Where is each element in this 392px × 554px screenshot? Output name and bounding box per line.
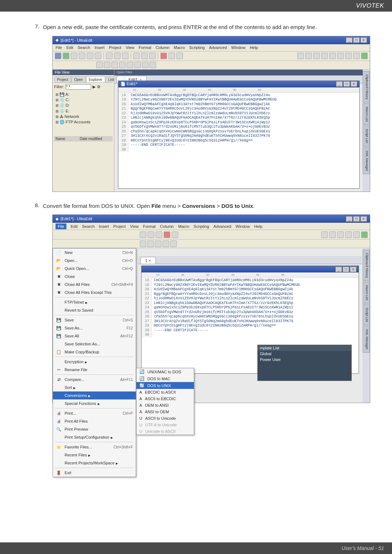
tool-cut-icon[interactable]	[106, 53, 113, 59]
menu-item[interactable]: 📋Make Copy/Backup	[53, 348, 136, 356]
menu-insert-2[interactable]: Insert	[99, 224, 109, 229]
rtab-script-2[interactable]: Script List	[363, 304, 370, 325]
menu-item[interactable]: 🚪Exit	[53, 469, 136, 477]
filter-input[interactable]	[66, 84, 91, 90]
sidebar-tab-explorer[interactable]: Explorer	[86, 77, 105, 82]
tree-drive-d[interactable]: 💿 D:	[56, 103, 113, 108]
filter-opts-icon[interactable]: ⚙	[97, 85, 101, 89]
menu-view-2[interactable]: View	[130, 224, 139, 229]
menu-item[interactable]: Save Selection As...	[53, 340, 136, 348]
menu-file-2[interactable]: File	[56, 223, 66, 229]
submenu-item[interactable]: 🔄UNIX/MAC to DOS	[136, 368, 194, 375]
tool-h-icon[interactable]	[313, 53, 320, 59]
menu-item[interactable]: 🖨Print All Files	[53, 417, 136, 425]
close-button[interactable]: ×	[360, 37, 367, 43]
submenu-item[interactable]: AEBCDIC to ASCII	[136, 389, 194, 395]
menu-format[interactable]: Format	[139, 45, 151, 50]
inner-min-button[interactable]: _	[336, 81, 343, 87]
menu-macro-2[interactable]: Macro	[178, 224, 189, 229]
tool-find-icon[interactable]	[297, 53, 304, 59]
submenu-item[interactable]: UUnicode to ASCII	[136, 428, 194, 435]
rtab-xml-2[interactable]: XML Manager	[363, 326, 370, 353]
inner2-close-button[interactable]: ×	[350, 267, 356, 272]
menu-window-2[interactable]: Window	[236, 224, 250, 229]
menu-item[interactable]: ⭐Favorite Files...Ctrl+Shift+F	[53, 443, 136, 451]
tool-copy2-icon[interactable]	[114, 53, 121, 59]
inner-max-button[interactable]: □	[343, 81, 350, 87]
tree-drive-e[interactable]: 💿 E:	[56, 108, 113, 114]
tree-ftp[interactable]: 🌐 FTP Accounts	[56, 119, 113, 125]
tool2-d-icon[interactable]	[119, 62, 126, 68]
tool2c-icon[interactable]	[156, 231, 162, 238]
template-row-power[interactable]: Power User	[258, 357, 351, 362]
tool2s-d-icon[interactable]	[163, 241, 169, 247]
tool-l-icon[interactable]	[345, 53, 352, 59]
tool2e-icon[interactable]	[172, 231, 178, 238]
menu-item[interactable]: 🔍Print Preview	[53, 425, 136, 433]
menu-item[interactable]: 📄NewCtrl+N	[53, 249, 136, 257]
tool2-h-icon[interactable]	[150, 62, 156, 68]
tool2-g-icon[interactable]	[142, 62, 148, 68]
tool-j-icon[interactable]	[329, 53, 336, 59]
minimize-button[interactable]: _	[346, 37, 352, 43]
code-area[interactable]: 18CmCGSAGG+EUBBxUwMTAvBggrBgEFBQcCARYjaH…	[118, 93, 359, 188]
menu-project[interactable]: Project	[109, 45, 121, 50]
menu-item[interactable]: 📂Open...Ctrl+O	[53, 257, 136, 264]
menu-item[interactable]: ✖Close	[53, 272, 136, 280]
tool2s-a-icon[interactable]	[140, 241, 146, 247]
col-name[interactable]: Name	[56, 137, 65, 141]
menu-item[interactable]: FTP/Telnet	[53, 298, 136, 306]
tool2j-icon[interactable]	[353, 231, 360, 238]
menu-item[interactable]: 💾Save AllAlt+F12	[53, 332, 136, 340]
tool2i-icon[interactable]	[345, 231, 352, 238]
menu-view[interactable]: View	[126, 45, 134, 50]
tool-i-icon[interactable]	[321, 53, 328, 59]
rtab-macro[interactable]: Macro List	[363, 103, 370, 125]
menu-item[interactable]: Recent Projects/WorkSpace	[53, 459, 136, 467]
submenu-item[interactable]: AANSI to OEM	[136, 409, 194, 415]
tool2h-icon[interactable]	[337, 231, 344, 238]
menu-advanced-2[interactable]: Advanced	[213, 224, 231, 229]
sidebar-tab-open[interactable]: Open	[71, 77, 86, 82]
menu-edit[interactable]: Edit	[66, 45, 73, 50]
tool-back-icon[interactable]	[71, 53, 77, 59]
tool-fwd-icon[interactable]	[79, 53, 85, 59]
tool2s-c-icon[interactable]	[155, 241, 162, 247]
filter-go-icon[interactable]: ▶	[93, 85, 95, 89]
tool-g-icon[interactable]	[305, 53, 312, 59]
tool2-c-icon[interactable]	[111, 62, 118, 68]
menu-item[interactable]: Special Functions	[53, 399, 136, 407]
minimize-button-2[interactable]: _	[346, 216, 352, 222]
editor-tab-edit1-2[interactable]: 1 ×	[140, 257, 156, 264]
menu-insert[interactable]: Insert	[95, 45, 105, 50]
tool-copy-icon[interactable]	[87, 53, 93, 59]
tool-d-icon[interactable]	[160, 53, 167, 59]
tool-f-icon[interactable]	[176, 53, 183, 59]
menu-item[interactable]: ✖Close All FilesCtrl+Shift+F4	[53, 280, 136, 288]
tool-new-icon[interactable]	[55, 53, 61, 59]
tool-m-icon[interactable]	[353, 53, 360, 59]
menu-item[interactable]: Revert to Saved	[53, 306, 136, 314]
tool2a-icon[interactable]	[140, 231, 146, 238]
menu-item[interactable]: Encryption	[53, 358, 136, 366]
tool-e-icon[interactable]	[168, 53, 175, 59]
menu-edit-2[interactable]: Edit	[71, 224, 78, 229]
rtab-macro-2[interactable]: Macro List	[363, 282, 370, 304]
tree-network[interactable]: 🖧 Network	[56, 114, 113, 119]
tool-b-icon[interactable]	[141, 53, 148, 59]
submenu-item[interactable]: AASCII to EBCDIC	[136, 395, 194, 402]
menu-search-2[interactable]: Search	[82, 224, 95, 229]
menu-item[interactable]: 🖨Print...Ctrl+P	[53, 409, 136, 417]
submenu-item[interactable]: 🔄DOS to UNIX	[136, 382, 194, 389]
tool2-f-icon[interactable]	[134, 62, 141, 68]
template-row-global[interactable]: Global	[258, 351, 351, 357]
tool2f-icon[interactable]	[321, 231, 328, 238]
menu-item[interactable]: Print Setup/Configuration	[53, 433, 136, 441]
tool-a-icon[interactable]	[133, 53, 140, 59]
menu-format-2[interactable]: Format	[143, 224, 156, 229]
menu-item[interactable]: Recent Files	[53, 451, 136, 459]
submenu-item[interactable]: UUTF-8 to Unicode	[136, 422, 194, 428]
inner-close-button[interactable]: ×	[351, 81, 357, 87]
menu-advanced[interactable]: Advanced	[209, 45, 227, 50]
tool2g-icon[interactable]	[329, 231, 336, 238]
